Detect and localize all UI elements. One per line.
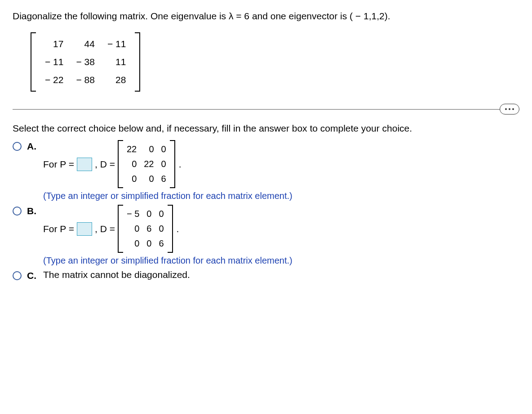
m-0-1: 44 xyxy=(70,35,101,53)
a-d-0-0: 22 xyxy=(123,142,140,157)
choice-a-pre: For P = xyxy=(43,159,74,170)
divider xyxy=(13,109,519,110)
m-0-2: − 11 xyxy=(101,35,132,53)
question-text: Diagonalize the following matrix. One ei… xyxy=(13,11,519,22)
radio-a[interactable] xyxy=(13,142,22,151)
choice-a-period: . xyxy=(179,159,182,170)
choice-a-input[interactable] xyxy=(77,158,92,171)
b-d-0-0: − 5 xyxy=(123,207,143,221)
a-d-1-0: 0 xyxy=(123,157,140,172)
b-d-1-0: 0 xyxy=(123,221,143,236)
choice-a-mid: , D = xyxy=(95,159,115,170)
b-d-1-2: 0 xyxy=(155,221,167,236)
choice-b: B. For P = , D = − 5 0 0 0 6 0 xyxy=(13,205,519,266)
choice-c-text: The matrix cannot be diagonalized. xyxy=(43,269,190,280)
choice-c-label: C. xyxy=(27,270,37,281)
ellipsis-icon xyxy=(505,108,514,110)
b-d-1-1: 6 xyxy=(143,221,155,236)
radio-b[interactable] xyxy=(13,207,22,216)
a-d-2-0: 0 xyxy=(123,172,140,186)
choice-a: A. For P = , D = 22 0 0 0 22 0 xyxy=(13,140,519,201)
choice-b-hint: (Type an integer or simplified fraction … xyxy=(43,255,519,266)
a-d-2-2: 6 xyxy=(158,172,170,186)
m-1-1: − 38 xyxy=(70,53,101,71)
m-1-2: 11 xyxy=(101,53,132,71)
choice-b-d-matrix: − 5 0 0 0 6 0 0 0 6 xyxy=(118,205,173,253)
instruction-text: Select the correct choice below and, if … xyxy=(13,123,519,134)
choice-a-label: A. xyxy=(27,141,37,152)
choice-a-d-matrix: 22 0 0 0 22 0 0 0 6 xyxy=(118,140,175,188)
b-d-2-1: 0 xyxy=(143,236,155,251)
choice-b-input[interactable] xyxy=(77,222,92,236)
a-d-2-1: 0 xyxy=(140,172,157,186)
a-d-1-2: 0 xyxy=(158,157,170,172)
choice-a-hint: (Type an integer or simplified fraction … xyxy=(43,191,519,201)
m-1-0: − 11 xyxy=(39,53,70,71)
b-d-0-1: 0 xyxy=(143,207,155,221)
given-matrix: 17 44 − 11 − 11 − 38 11 − 22 − 88 28 xyxy=(31,32,140,92)
b-d-0-2: 0 xyxy=(155,207,167,221)
a-d-0-2: 0 xyxy=(158,142,170,157)
choice-c: C. The matrix cannot be diagonalized. xyxy=(13,269,519,281)
b-d-2-0: 0 xyxy=(123,236,143,251)
a-d-1-1: 22 xyxy=(140,157,157,172)
choice-b-pre: For P = xyxy=(43,224,74,234)
choice-b-mid: , D = xyxy=(95,224,115,234)
choice-b-label: B. xyxy=(27,206,37,216)
m-2-0: − 22 xyxy=(39,71,70,89)
a-d-0-1: 0 xyxy=(140,142,157,157)
m-2-2: 28 xyxy=(101,71,132,89)
more-button[interactable] xyxy=(500,104,519,115)
m-2-1: − 88 xyxy=(70,71,101,89)
b-d-2-2: 6 xyxy=(155,236,167,251)
radio-c[interactable] xyxy=(13,271,22,280)
choice-b-period: . xyxy=(177,224,179,234)
m-0-0: 17 xyxy=(39,35,70,53)
